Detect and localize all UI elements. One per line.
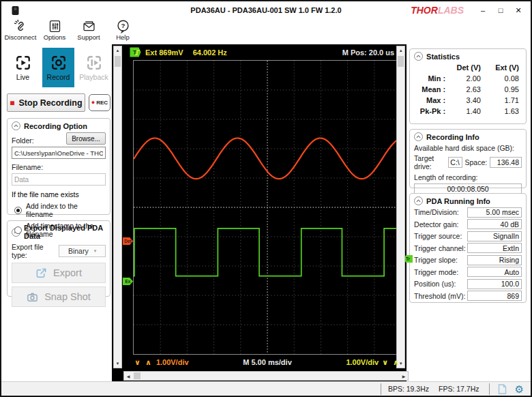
- scroll-track[interactable]: [132, 372, 400, 380]
- snapshot-button[interactable]: Snap Shot: [12, 286, 106, 307]
- ext-scale-group: 1.00V/div ∨ ∧: [346, 358, 400, 367]
- export-group: Export Displayed PDA Data Export file ty…: [7, 220, 110, 297]
- stop-recording-button[interactable]: ■ Stop Recording: [7, 93, 85, 112]
- live-mode-button[interactable]: Live: [7, 48, 39, 87]
- scroll-track[interactable]: [397, 55, 404, 359]
- maximize-button[interactable]: □: [492, 4, 509, 16]
- right-offset-scrollbar[interactable]: ▲ ▼: [396, 46, 405, 368]
- left-panel: Live Record: [1, 44, 112, 381]
- tool-label: Disconnect: [5, 33, 37, 41]
- fps-indicator: FPS: 17.7Hz: [439, 385, 479, 393]
- info-row: Trigger mode:Auto: [414, 267, 522, 277]
- separator: [489, 383, 490, 395]
- rec-indicator-button[interactable]: ● REC: [89, 94, 110, 111]
- settings-gear-icon[interactable]: ⚙: [515, 384, 524, 394]
- camera-icon: [27, 291, 38, 303]
- filename-input[interactable]: [12, 173, 106, 186]
- det-scale-down-icon[interactable]: ∨: [134, 358, 142, 367]
- collapse-chevron-icon: [414, 196, 423, 205]
- col-header-det: Det (V): [448, 63, 484, 72]
- export-file-type-label: Export file type:: [12, 243, 59, 259]
- radio-unselected-icon[interactable]: [14, 226, 22, 234]
- disconnect-button[interactable]: Disconnect: [5, 19, 35, 41]
- statistics-header[interactable]: Statistics: [414, 52, 522, 61]
- target-drive-label: Target drive:: [414, 154, 445, 171]
- svg-text:?: ?: [121, 22, 125, 29]
- folder-path-input[interactable]: [12, 147, 106, 159]
- playback-label: Playback: [79, 73, 108, 81]
- separator: [381, 383, 381, 395]
- det-vdiv-text: 1.00V/div: [156, 358, 189, 366]
- export-file-type-select[interactable]: Binary ▾: [59, 245, 106, 257]
- help-button[interactable]: ? Help: [108, 19, 138, 41]
- playback-mode-button[interactable]: Playback: [78, 48, 110, 87]
- recording-option-header[interactable]: Recording Option: [12, 121, 106, 130]
- add-index-option[interactable]: Add index to the filename: [12, 202, 106, 218]
- stop-recording-label: Stop Recording: [19, 98, 83, 108]
- scroll-up-icon[interactable]: ▲: [397, 46, 404, 55]
- record-mode-button[interactable]: Record: [42, 48, 74, 87]
- left-offset-scrollbar[interactable]: ▲ ▼: [113, 46, 122, 368]
- export-button[interactable]: Export: [12, 263, 106, 283]
- scroll-left-icon[interactable]: ◀: [124, 372, 132, 380]
- stop-icon: ■: [10, 99, 14, 107]
- detector-gain-value: 40 dB: [467, 219, 522, 229]
- export-file-type-value: Binary: [68, 247, 89, 255]
- position-value: 100.0: [467, 279, 522, 289]
- info-row: Time/Division:5.00 msec: [414, 207, 522, 218]
- info-row: Detector gain:40 dB: [414, 219, 522, 229]
- support-button[interactable]: Support: [74, 19, 104, 41]
- det-channel-marker[interactable]: Det: [123, 237, 133, 245]
- scroll-down-icon[interactable]: ▼: [114, 359, 121, 368]
- time-division-value: 5.00 msec: [467, 207, 522, 218]
- scroll-thumb[interactable]: [134, 372, 141, 379]
- radio-selected-icon[interactable]: [14, 207, 22, 214]
- ext-scale-up-icon[interactable]: ∧: [393, 358, 400, 367]
- collapse-chevron-icon: [12, 121, 20, 130]
- options-button[interactable]: Options: [40, 19, 70, 41]
- tool-label: Support: [77, 33, 100, 41]
- info-row: Threshold (mV):869: [414, 291, 522, 301]
- det-scale-group: ∨ ∧ 1.00V/div: [134, 358, 189, 367]
- pda-running-info-header[interactable]: PDA Running Info: [414, 196, 522, 205]
- disconnect-icon: [14, 19, 28, 33]
- ext-channel-marker[interactable]: Ex: [123, 278, 133, 285]
- trigger-mode-value: Auto: [467, 267, 522, 277]
- det-scale-up-icon[interactable]: ∧: [145, 358, 153, 367]
- stat-ext-value: 0.08: [484, 74, 522, 83]
- bps-indicator: BPS: 19.3Hz: [388, 385, 429, 393]
- recording-option-group: Recording Option Folder: Browse... Filen…: [7, 118, 110, 215]
- scroll-thumb[interactable]: [115, 56, 121, 67]
- recording-info-header[interactable]: Recording Info: [414, 132, 522, 141]
- scope-plot[interactable]: [133, 60, 402, 355]
- mpos-text: M Pos: 20.0 us: [342, 48, 394, 57]
- scroll-right-icon[interactable]: ▶: [400, 372, 408, 380]
- row-label: Trigger mode:: [414, 268, 458, 276]
- main-area: Live Record: [1, 44, 531, 381]
- export-label: Export: [53, 267, 82, 278]
- browse-button[interactable]: Browse...: [66, 132, 106, 145]
- log-document-icon[interactable]: [498, 384, 507, 394]
- window-title: PDA36AU - PDA36AU-001 SW 1.0 FW 1.2.0: [190, 6, 341, 14]
- row-label: Position (us):: [414, 280, 456, 288]
- trigger-level-text: Ext 869mV: [145, 48, 183, 57]
- minimize-button[interactable]: –: [475, 4, 491, 16]
- app-window: PDA36AU - PDA36AU-001 SW 1.0 FW 1.2.0 TH…: [0, 0, 532, 397]
- scroll-up-icon[interactable]: ▲: [114, 46, 121, 55]
- export-group-header[interactable]: Export Displayed PDA Data: [12, 224, 106, 240]
- scroll-thumb[interactable]: [398, 56, 404, 67]
- scope-bottom-bar: ∨ ∧ 1.00V/div M 5.00 ms/div 1.00V/div ∨ …: [133, 355, 402, 370]
- scroll-track[interactable]: [114, 55, 121, 359]
- collapse-chevron-icon: [414, 52, 423, 61]
- toolbar: Disconnect Options Support ? H: [1, 19, 531, 44]
- record-icon: [50, 55, 67, 71]
- info-row: Trigger slope:Rising: [414, 255, 522, 265]
- close-button[interactable]: ✕: [510, 4, 527, 16]
- stat-det-value: 2.00: [448, 74, 484, 83]
- collapse-chevron-icon: [414, 132, 423, 141]
- ext-scale-down-icon[interactable]: ∨: [382, 358, 389, 367]
- col-header-ext: Ext (V): [484, 63, 522, 72]
- time-position-scrollbar[interactable]: ◀ ▶: [123, 371, 409, 381]
- tool-label: Help: [116, 33, 130, 41]
- record-label: Record: [47, 73, 70, 81]
